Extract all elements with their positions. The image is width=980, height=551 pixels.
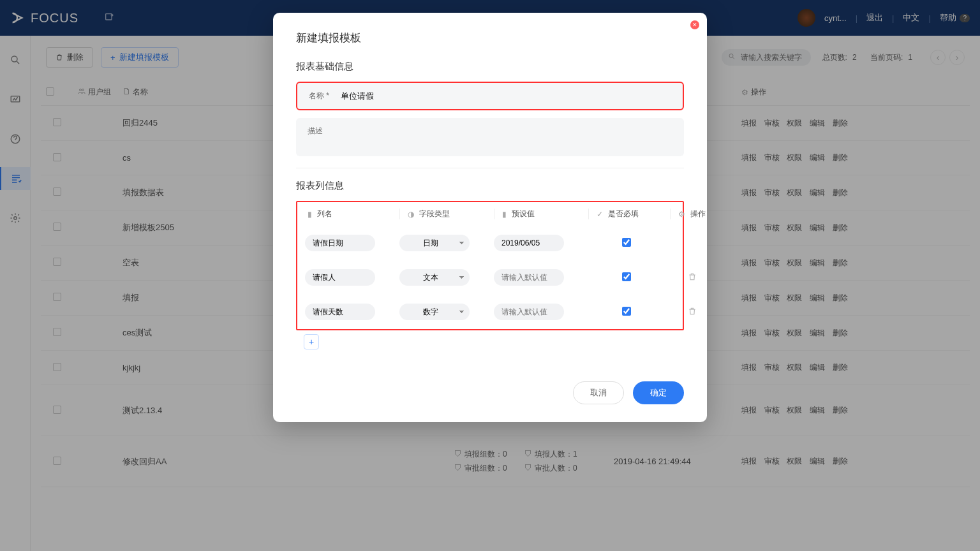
add-column-button[interactable]: + xyxy=(304,334,319,349)
doc-icon: ▮ xyxy=(502,210,507,219)
doc-icon: ▮ xyxy=(308,210,312,219)
columns-highlight-box: ▮列名 ◑字段类型 ▮预设值 ✓是否必填 ⚙操作 日期文本数字 日期文本数字 日… xyxy=(296,201,684,330)
desc-label: 描述 xyxy=(308,126,339,136)
modal-overlay: ✕ 新建填报模板 报表基础信息 名称 * 描述 报表列信息 ▮列名 ◑字段类型 … xyxy=(0,0,980,551)
column-preset-input[interactable] xyxy=(494,269,564,286)
template-desc-input[interactable] xyxy=(339,126,672,149)
confirm-button[interactable]: 确定 xyxy=(633,381,684,404)
modal-title: 新建填报模板 xyxy=(296,31,684,45)
column-row: 日期文本数字 xyxy=(297,260,683,295)
name-label: 名称 * xyxy=(309,91,341,101)
column-delete-button[interactable] xyxy=(670,307,715,318)
modal-close-button[interactable]: ✕ xyxy=(690,20,699,29)
template-name-input[interactable] xyxy=(341,91,671,101)
column-row: 日期文本数字 xyxy=(297,295,683,329)
column-preset-input[interactable] xyxy=(494,304,564,320)
bulb-icon: ◑ xyxy=(408,210,414,219)
column-required-checkbox[interactable] xyxy=(622,238,631,247)
cancel-button[interactable]: 取消 xyxy=(573,381,624,404)
column-type-select[interactable]: 日期文本数字 xyxy=(399,269,470,286)
modal-footer: 取消 确定 xyxy=(296,381,684,404)
gear-icon: ⚙ xyxy=(678,210,685,219)
column-name-input[interactable] xyxy=(305,235,375,251)
column-row: 日期文本数字 xyxy=(297,226,683,260)
column-type-select[interactable]: 日期文本数字 xyxy=(399,304,470,320)
section-basic-info: 报表基础信息 xyxy=(296,61,684,73)
name-input-block: 名称 * xyxy=(296,82,684,110)
column-preset-input[interactable] xyxy=(494,235,564,251)
column-delete-button[interactable] xyxy=(670,272,715,283)
desc-input-block: 描述 xyxy=(296,118,684,156)
section-column-info: 报表列信息 xyxy=(296,180,684,192)
column-required-checkbox[interactable] xyxy=(622,272,631,281)
new-template-modal: ✕ 新建填报模板 报表基础信息 名称 * 描述 报表列信息 ▮列名 ◑字段类型 … xyxy=(273,13,707,422)
check-icon: ✓ xyxy=(597,210,603,219)
column-type-select[interactable]: 日期文本数字 xyxy=(399,235,470,251)
columns-header: ▮列名 ◑字段类型 ▮预设值 ✓是否必填 ⚙操作 xyxy=(297,202,683,226)
column-required-checkbox[interactable] xyxy=(622,307,631,316)
column-name-input[interactable] xyxy=(305,269,375,286)
column-name-input[interactable] xyxy=(305,304,375,320)
